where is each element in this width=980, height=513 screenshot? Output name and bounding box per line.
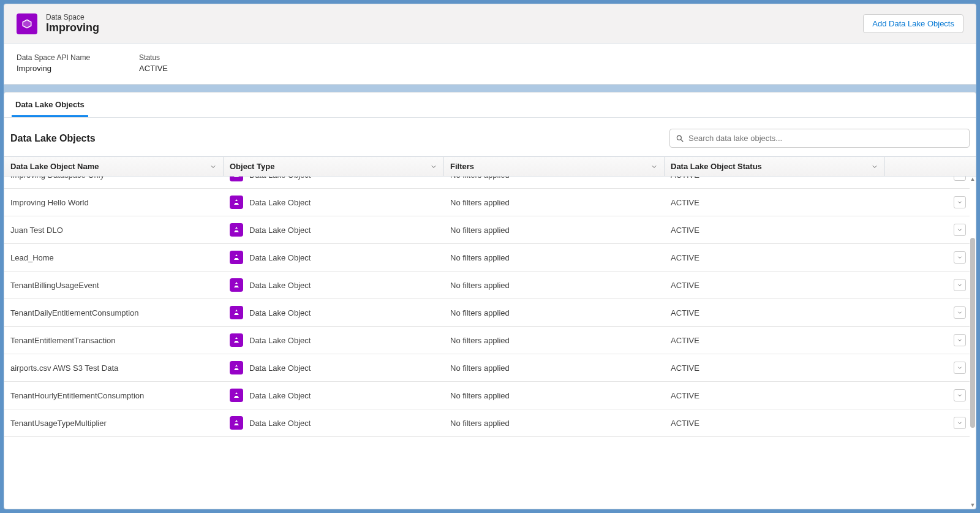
row-filters: No filters applied (450, 336, 510, 345)
detail-api-name-label: Data Space API Name (17, 53, 90, 62)
row-type: Data Lake Object (249, 281, 311, 290)
row-filters: No filters applied (450, 391, 510, 400)
list-header: Data Lake Objects (4, 118, 976, 156)
page-eyebrow: Data Space (46, 13, 99, 21)
row-action-menu[interactable] (954, 389, 966, 401)
row-action-menu[interactable] (954, 334, 966, 346)
row-type: Data Lake Object (249, 226, 311, 235)
row-status: ACTIVE (671, 336, 699, 345)
row-name: airports.csv AWS S3 Test Data (10, 363, 118, 373)
row-action-menu[interactable] (954, 279, 966, 291)
table-row[interactable]: Juan Test DLOData Lake ObjectNo filters … (4, 216, 970, 244)
detail-status-value: ACTIVE (139, 64, 168, 73)
table-row[interactable]: TenantBillingUsageEventData Lake ObjectN… (4, 272, 970, 299)
row-filters: No filters applied (450, 226, 510, 235)
row-name: TenantBillingUsageEvent (10, 281, 99, 290)
scroll-up-icon[interactable]: ▲ (970, 177, 976, 183)
data-lake-object-icon (230, 306, 243, 319)
row-type: Data Lake Object (249, 363, 311, 373)
row-name: Improving Hello World (10, 198, 89, 207)
table-row[interactable]: TenantEntitlementTransactionData Lake Ob… (4, 327, 970, 354)
column-header-status-label: Data Lake Object Status (671, 162, 762, 171)
table-row[interactable]: TenantUsageTypeMultiplierData Lake Objec… (4, 409, 970, 437)
row-action-menu[interactable] (954, 306, 966, 319)
detail-status-label: Status (139, 53, 168, 62)
row-name: Improving Dataspace Only (10, 177, 104, 180)
row-name: TenantUsageTypeMultiplier (10, 419, 107, 428)
search-input[interactable] (669, 129, 970, 148)
row-action-menu[interactable] (954, 417, 966, 429)
row-type: Data Lake Object (249, 419, 311, 428)
scroll-down-icon[interactable]: ▼ (970, 503, 976, 509)
detail-api-name: Data Space API Name Improving (17, 53, 90, 73)
row-status: ACTIVE (671, 198, 699, 207)
row-filters: No filters applied (450, 363, 510, 373)
row-type: Data Lake Object (249, 308, 311, 317)
row-status: ACTIVE (671, 177, 699, 180)
data-lake-object-icon (230, 361, 243, 374)
tabs-bar: Data Lake Objects (4, 93, 976, 118)
column-header-filters[interactable]: Filters (444, 157, 665, 176)
column-header-status[interactable]: Data Lake Object Status (665, 157, 885, 176)
scroll-thumb[interactable] (970, 238, 975, 428)
search-icon (676, 134, 684, 143)
data-space-icon (17, 13, 37, 34)
page-title: Improving (46, 21, 99, 34)
column-header-name[interactable]: Data Lake Object Name (4, 157, 224, 176)
row-status: ACTIVE (671, 253, 699, 262)
table-body: Improving Dataspace OnlyData Lake Object… (4, 177, 976, 509)
svg-marker-0 (23, 20, 31, 28)
table-row[interactable]: Lead_HomeData Lake ObjectNo filters appl… (4, 244, 970, 272)
row-action-menu[interactable] (954, 196, 966, 208)
row-name: TenantEntitlementTransaction (10, 336, 116, 345)
table-row[interactable]: Improving Hello WorldData Lake ObjectNo … (4, 189, 970, 216)
column-header-row: Data Lake Object Name Object Type Filter… (4, 156, 976, 177)
data-lake-object-icon (230, 251, 243, 264)
scrollbar[interactable]: ▲ ▼ (970, 177, 976, 509)
data-lake-object-icon (230, 333, 243, 347)
page-header-text: Data Space Improving (46, 13, 99, 34)
row-name: TenantHourlyEntitlementConsumption (10, 391, 144, 400)
row-filters: No filters applied (450, 253, 510, 262)
svg-line-2 (681, 139, 684, 142)
column-header-filters-label: Filters (450, 162, 474, 171)
data-lake-object-icon (230, 223, 243, 237)
row-status: ACTIVE (671, 363, 699, 373)
main-panel: Data Lake Objects Data Lake Objects Data… (4, 92, 976, 509)
row-action-menu[interactable] (954, 224, 966, 236)
chevron-down-icon (871, 163, 878, 170)
row-status: ACTIVE (671, 308, 699, 317)
row-action-menu[interactable] (954, 251, 966, 264)
row-filters: No filters applied (450, 281, 510, 290)
row-status: ACTIVE (671, 391, 699, 400)
table-row[interactable]: TenantHourlyEntitlementConsumptionData L… (4, 382, 970, 409)
add-data-lake-objects-button[interactable]: Add Data Lake Objects (863, 14, 963, 33)
chevron-down-icon (430, 163, 437, 170)
row-filters: No filters applied (450, 177, 510, 180)
row-type: Data Lake Object (249, 336, 311, 345)
column-header-type-label: Object Type (230, 162, 274, 171)
row-type: Data Lake Object (249, 198, 311, 207)
table-rows-viewport[interactable]: Improving Dataspace OnlyData Lake Object… (4, 177, 970, 509)
row-action-menu[interactable] (954, 177, 966, 181)
chevron-down-icon (650, 163, 658, 170)
row-action-menu[interactable] (954, 362, 966, 374)
table-row[interactable]: Improving Dataspace OnlyData Lake Object… (4, 177, 970, 189)
page-header: Data Space Improving Add Data Lake Objec… (4, 4, 976, 44)
detail-api-name-value: Improving (17, 64, 90, 73)
chevron-down-icon (209, 163, 217, 170)
data-lake-object-icon (230, 196, 243, 209)
data-lake-object-icon (230, 389, 243, 402)
table-row[interactable]: TenantDailyEntitlementConsumptionData La… (4, 299, 970, 327)
row-name: Lead_Home (10, 253, 54, 262)
row-name: Juan Test DLO (10, 226, 63, 235)
data-lake-object-icon (230, 416, 243, 430)
row-status: ACTIVE (671, 226, 699, 235)
svg-point-1 (677, 135, 681, 140)
row-type: Data Lake Object (249, 177, 311, 180)
row-filters: No filters applied (450, 419, 510, 428)
column-header-type[interactable]: Object Type (224, 157, 444, 176)
tab-data-lake-objects[interactable]: Data Lake Objects (12, 93, 88, 117)
table-row[interactable]: airports.csv AWS S3 Test DataData Lake O… (4, 354, 970, 382)
row-type: Data Lake Object (249, 253, 311, 262)
